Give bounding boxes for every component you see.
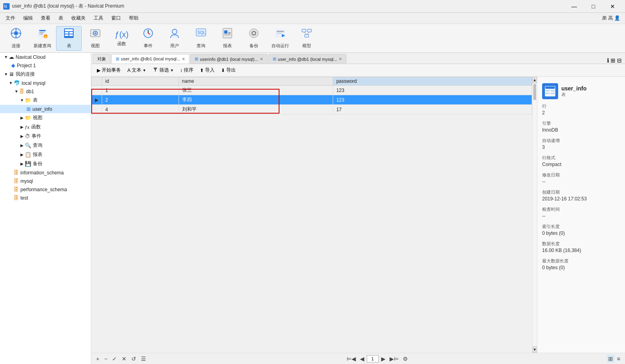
- toolbar-new-query[interactable]: f(x) 新建查询: [30, 26, 55, 51]
- sidebar-navicat-cloud[interactable]: ▼ ☁ Navicat Cloud: [0, 53, 91, 61]
- sidebar-tables[interactable]: ▼ 📁 表: [0, 96, 91, 105]
- tab-close-user-info[interactable]: ✕: [182, 57, 185, 61]
- sidebar-perf-schema[interactable]: 🗄 performance_schema: [0, 185, 91, 194]
- menu-edit[interactable]: 编辑: [19, 13, 37, 23]
- minimize-button[interactable]: —: [565, 0, 583, 13]
- tab-close-userinfo[interactable]: ✕: [260, 57, 263, 61]
- sidebar-mysql[interactable]: 🗄 mysql: [0, 177, 91, 185]
- sidebar-backups[interactable]: ▶ 💾 备份: [0, 159, 91, 168]
- sidebar-my-connections[interactable]: ▼ 🖥 我的连接: [0, 70, 91, 79]
- sidebar-test[interactable]: 🗄 test: [0, 194, 91, 202]
- toolbar-query[interactable]: SQL 查询: [188, 26, 214, 51]
- toolbar-function[interactable]: ƒ(x) 函数: [109, 26, 135, 51]
- expand-queries-icon[interactable]: ▶: [19, 143, 25, 148]
- col-name[interactable]: name: [179, 77, 333, 86]
- cell-password-3[interactable]: 17: [333, 105, 532, 114]
- cell-id-2[interactable]: 2: [102, 95, 179, 105]
- menu-file[interactable]: 文件: [2, 13, 19, 23]
- nav-settings-button[interactable]: ⚙: [401, 355, 410, 363]
- toolbar-view[interactable]: 视图: [82, 26, 108, 51]
- confirm-button[interactable]: ✓: [111, 355, 119, 363]
- toolbar-report[interactable]: 报表: [215, 26, 240, 51]
- toolbar-event[interactable]: 事件: [135, 26, 161, 51]
- table-row[interactable]: 4 刘和平 17: [92, 105, 532, 114]
- refresh-button[interactable]: ↺: [130, 355, 138, 363]
- expand-functions-icon[interactable]: ▶: [19, 125, 25, 129]
- col-password[interactable]: password: [333, 77, 532, 86]
- close-button[interactable]: ✕: [603, 0, 622, 13]
- expand-db1-icon[interactable]: ▼: [14, 89, 19, 94]
- expand-backups-icon[interactable]: ▶: [19, 162, 25, 166]
- tab-user-info2[interactable]: ⊞ user_info @db1 (local mysql... ✕: [268, 54, 346, 64]
- nav-prev-button[interactable]: ◀: [358, 355, 366, 363]
- sidebar-user-info[interactable]: ⊞ user_info: [0, 105, 91, 113]
- expand-tables-icon[interactable]: ▼: [19, 98, 25, 102]
- sidebar-db1[interactable]: ▼ 🗄 db1: [0, 87, 91, 96]
- table-row[interactable]: 1 张三 123: [92, 86, 532, 95]
- text-button[interactable]: A 文本 ▼: [125, 66, 149, 74]
- menu-view[interactable]: 查看: [37, 13, 54, 23]
- sidebar-reports[interactable]: ▶ 📋 报表: [0, 150, 91, 159]
- sidebar-functions[interactable]: ▶ ƒx 函数: [0, 122, 91, 132]
- cell-password-2[interactable]: 123: [333, 95, 532, 105]
- table-row-selected[interactable]: ▶ 2 李四 123: [92, 95, 532, 105]
- toolbar-connect[interactable]: 连接: [3, 26, 29, 51]
- nav-next-button[interactable]: ▶: [380, 355, 387, 363]
- add-record-button[interactable]: +: [94, 355, 101, 363]
- toolbar-table[interactable]: 表: [56, 26, 82, 51]
- menu-table[interactable]: 表: [54, 13, 67, 23]
- sidebar-info-schema[interactable]: 🗄 information_schema: [0, 168, 91, 177]
- menu-window[interactable]: 窗口: [107, 13, 125, 23]
- filter-button[interactable]: 筛选 ▼: [150, 66, 176, 74]
- nav-first-button[interactable]: ⊨◀: [345, 355, 358, 363]
- expand-local-mysql-icon[interactable]: ▼: [8, 81, 14, 85]
- grid-view-button[interactable]: ⊞: [607, 355, 615, 363]
- sidebar-project1[interactable]: ◆ Project 1: [0, 61, 91, 70]
- delete-record-button[interactable]: −: [102, 355, 109, 363]
- import-button[interactable]: ⬆ 导入: [197, 66, 217, 74]
- maximize-button[interactable]: □: [584, 0, 603, 13]
- cell-name-1[interactable]: 张三: [179, 86, 333, 95]
- nav-last-button[interactable]: ▶⊨: [388, 355, 400, 363]
- cell-name-2[interactable]: 李四: [179, 95, 333, 105]
- toolbar-model[interactable]: 模型: [294, 26, 320, 51]
- cell-password-1[interactable]: 123: [333, 86, 532, 95]
- table-container[interactable]: id name password 1 张三 123 ▶: [91, 77, 532, 353]
- cell-id-3[interactable]: 4: [102, 105, 179, 114]
- sidebar-views[interactable]: ▶ 📁 视图: [0, 113, 91, 122]
- expand-views-icon[interactable]: ▶: [19, 116, 25, 120]
- tab-userinfo[interactable]: ⊞ userinfo @db1 (local mysql)... ✕: [190, 54, 267, 64]
- expand-connections-icon[interactable]: ▼: [3, 72, 9, 76]
- tab-grid-btn[interactable]: ⊞: [611, 57, 615, 64]
- filter-row-button[interactable]: ☰: [139, 355, 148, 363]
- page-number-input[interactable]: [367, 355, 379, 362]
- expand-reports-icon[interactable]: ▶: [19, 152, 25, 157]
- tab-objects[interactable]: 对象: [93, 54, 111, 64]
- toolbar-backup[interactable]: 备份: [241, 26, 267, 51]
- scroll-down-btn[interactable]: ▼: [533, 346, 537, 353]
- vertical-scrollbar[interactable]: ▲ ▼: [532, 77, 537, 353]
- tab-close-user-info2[interactable]: ✕: [339, 57, 342, 61]
- menu-help[interactable]: 帮助: [125, 13, 143, 23]
- tab-info-btn[interactable]: ℹ: [607, 57, 609, 64]
- expand-events-icon[interactable]: ▶: [19, 134, 25, 138]
- export-button[interactable]: ⬇ 导出: [219, 66, 238, 74]
- scroll-up-btn[interactable]: ▲: [533, 77, 537, 83]
- cancel-edit-button[interactable]: ✕: [120, 355, 128, 363]
- begin-tx-button[interactable]: ▶ 开始事务: [94, 66, 123, 74]
- cell-name-3[interactable]: 刘和平: [179, 105, 333, 114]
- col-id[interactable]: id: [102, 77, 179, 86]
- sidebar-events[interactable]: ▶ ⏱ 事件: [0, 132, 91, 141]
- cell-id-1[interactable]: 1: [102, 86, 179, 95]
- toolbar-user[interactable]: 用户: [162, 26, 187, 51]
- menu-favorites[interactable]: 收藏夹: [67, 13, 90, 23]
- sort-button[interactable]: ↕ 排序: [178, 66, 196, 74]
- list-view-button[interactable]: ≡: [615, 355, 622, 363]
- sidebar-local-mysql[interactable]: ▼ 🐬 local mysql: [0, 79, 91, 87]
- expand-cloud-icon[interactable]: ▼: [3, 55, 9, 59]
- toolbar-auto-run[interactable]: 自动运行: [267, 26, 293, 51]
- tab-extra-btn[interactable]: ⊟: [617, 57, 622, 64]
- menu-tools[interactable]: 工具: [90, 13, 107, 23]
- scroll-thumb[interactable]: [533, 84, 536, 100]
- sidebar-queries[interactable]: ▶ 🔍 查询: [0, 141, 91, 150]
